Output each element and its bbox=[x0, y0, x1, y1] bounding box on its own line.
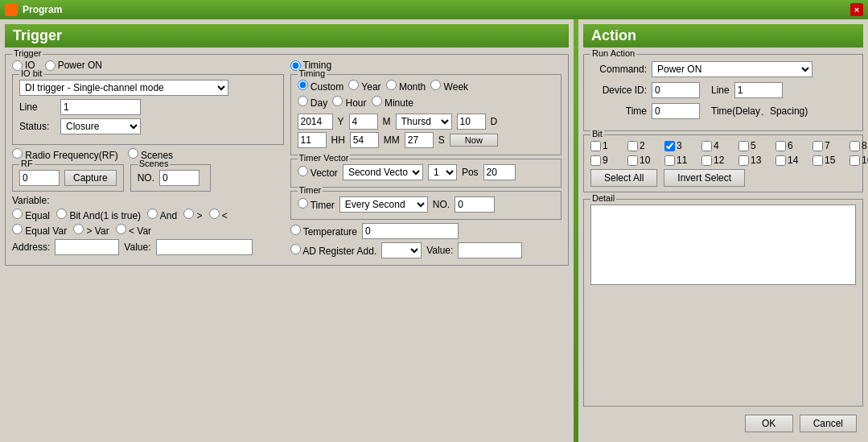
radio-equal[interactable] bbox=[12, 209, 23, 219]
radio-temp-label[interactable]: Temperature bbox=[290, 225, 358, 238]
radio-bit-and[interactable] bbox=[56, 209, 67, 219]
close-button[interactable]: × bbox=[850, 3, 863, 16]
temperature-input[interactable] bbox=[362, 223, 459, 239]
year-input[interactable] bbox=[298, 114, 333, 130]
bit-4-check[interactable] bbox=[701, 141, 712, 151]
radio-day-label[interactable]: Day bbox=[298, 96, 328, 109]
radio-bit-and-label[interactable]: Bit And(1 is true) bbox=[56, 209, 141, 221]
timer-dropdown[interactable]: Every Second bbox=[339, 196, 428, 213]
radio-timer-label[interactable]: Timer bbox=[298, 198, 335, 211]
scenes-input[interactable] bbox=[159, 170, 200, 186]
radio-equal-label[interactable]: Equal bbox=[12, 209, 50, 221]
day-input[interactable] bbox=[457, 114, 486, 130]
bit-8-check[interactable] bbox=[849, 141, 860, 151]
datetime-row1: Y M Thursd D bbox=[298, 114, 555, 130]
rf-input[interactable] bbox=[19, 170, 60, 186]
pos-input[interactable] bbox=[483, 164, 516, 180]
rf-capture-button[interactable]: Capture bbox=[64, 170, 117, 186]
rf-title: RF bbox=[19, 159, 35, 168]
radio-year-label[interactable]: Year bbox=[348, 80, 381, 93]
bit-10: 10 bbox=[627, 155, 658, 166]
min-input[interactable] bbox=[350, 132, 379, 148]
status-select[interactable]: Closure bbox=[60, 118, 141, 134]
radio-gt-label[interactable]: > bbox=[183, 209, 202, 221]
bit-15-check[interactable] bbox=[812, 155, 823, 166]
radio-minute-label[interactable]: Minute bbox=[372, 96, 413, 109]
radio-ad-label[interactable]: AD Register Add. bbox=[290, 244, 377, 257]
radio-and-label[interactable]: And bbox=[147, 209, 177, 221]
radio-lt-label[interactable]: < bbox=[209, 209, 228, 221]
radio-hour[interactable] bbox=[332, 96, 343, 106]
bit-14-check[interactable] bbox=[775, 155, 786, 166]
radio-vector[interactable] bbox=[298, 166, 308, 176]
weekday-select[interactable]: Thursd bbox=[396, 114, 452, 130]
bit-11-check[interactable] bbox=[664, 155, 675, 166]
address-input[interactable] bbox=[55, 239, 119, 255]
radio-ad[interactable] bbox=[290, 244, 301, 254]
sec-input[interactable] bbox=[405, 132, 434, 148]
radio-minute[interactable] bbox=[372, 96, 382, 106]
line-num-input[interactable] bbox=[734, 82, 783, 98]
datetime-row2: HH MM S Now bbox=[298, 132, 555, 148]
bit-12-check[interactable] bbox=[701, 155, 712, 166]
radio-custom[interactable] bbox=[298, 80, 308, 90]
bit-5-check[interactable] bbox=[738, 141, 749, 151]
radio-hour-label[interactable]: Hour bbox=[332, 96, 366, 109]
bit-10-check[interactable] bbox=[627, 155, 638, 166]
cancel-button[interactable]: Cancel bbox=[800, 415, 857, 432]
radio-rf[interactable] bbox=[12, 148, 23, 159]
device-id-input[interactable] bbox=[652, 82, 700, 98]
ok-button[interactable]: OK bbox=[745, 415, 793, 432]
vector-dropdown1[interactable]: Second Vector bbox=[343, 164, 423, 180]
bit-3-check[interactable] bbox=[664, 141, 675, 151]
radio-equal-var-label[interactable]: Equal Var bbox=[12, 224, 67, 237]
radio-gt-var-label[interactable]: > Var bbox=[73, 224, 109, 237]
radio-equal-var[interactable] bbox=[12, 224, 23, 234]
radio-custom-label[interactable]: Custom bbox=[298, 80, 344, 93]
radio-vector-label[interactable]: Vector bbox=[298, 166, 338, 179]
radio-power-on[interactable] bbox=[45, 60, 56, 71]
bit-7-check[interactable] bbox=[812, 141, 823, 151]
radio-lt-var-label[interactable]: < Var bbox=[116, 224, 151, 237]
ad-dropdown[interactable] bbox=[381, 242, 422, 258]
radio-year[interactable] bbox=[348, 80, 359, 90]
radio-lt[interactable] bbox=[209, 209, 220, 219]
ad-value-label: Value: bbox=[426, 245, 453, 256]
bit-16-check[interactable] bbox=[849, 155, 860, 166]
time-input[interactable] bbox=[652, 103, 700, 119]
timer-no-input[interactable] bbox=[455, 196, 495, 213]
status-row: Status: Closure bbox=[19, 118, 277, 134]
command-select[interactable]: Power ON bbox=[652, 61, 812, 77]
now-button[interactable]: Now bbox=[450, 134, 498, 147]
radio-gt-var[interactable] bbox=[73, 224, 84, 234]
bit-1-check[interactable] bbox=[590, 141, 601, 151]
hour-input[interactable] bbox=[298, 132, 327, 148]
radio-temperature[interactable] bbox=[290, 225, 301, 235]
radio-month-label[interactable]: Month bbox=[386, 80, 426, 93]
detail-textarea[interactable] bbox=[590, 204, 856, 285]
value-input[interactable] bbox=[156, 239, 253, 255]
bit-2-check[interactable] bbox=[627, 141, 638, 151]
radio-and[interactable] bbox=[147, 209, 158, 219]
invert-select-button[interactable]: Invert Select bbox=[664, 169, 745, 187]
vector-dropdown2[interactable]: 1 bbox=[428, 164, 457, 180]
select-all-button[interactable]: Select All bbox=[590, 169, 657, 187]
radio-month[interactable] bbox=[386, 80, 397, 90]
radio-week-label[interactable]: Week bbox=[430, 80, 468, 93]
bit-9-check[interactable] bbox=[590, 155, 601, 166]
radio-timer[interactable] bbox=[298, 198, 308, 209]
radio-lt-var[interactable] bbox=[116, 224, 126, 234]
radio-power-on-label[interactable]: Power ON bbox=[45, 60, 102, 71]
radio-power-on-text: Power ON bbox=[58, 60, 102, 71]
bit-6-check[interactable] bbox=[775, 141, 786, 151]
line-input[interactable] bbox=[60, 99, 141, 115]
radio-week[interactable] bbox=[430, 80, 441, 90]
bit-13-check[interactable] bbox=[738, 155, 749, 166]
io-bit-dropdown[interactable]: DI trigger - Single-channel mode bbox=[19, 80, 228, 96]
ad-value-input[interactable] bbox=[458, 242, 522, 258]
radio-day[interactable] bbox=[298, 96, 308, 106]
month-input[interactable] bbox=[349, 114, 378, 130]
timer-vector-group: Timer Vector Vector Second Vector 1 Pos bbox=[290, 159, 562, 188]
radio-scenes[interactable] bbox=[128, 148, 138, 159]
radio-gt[interactable] bbox=[183, 209, 194, 219]
